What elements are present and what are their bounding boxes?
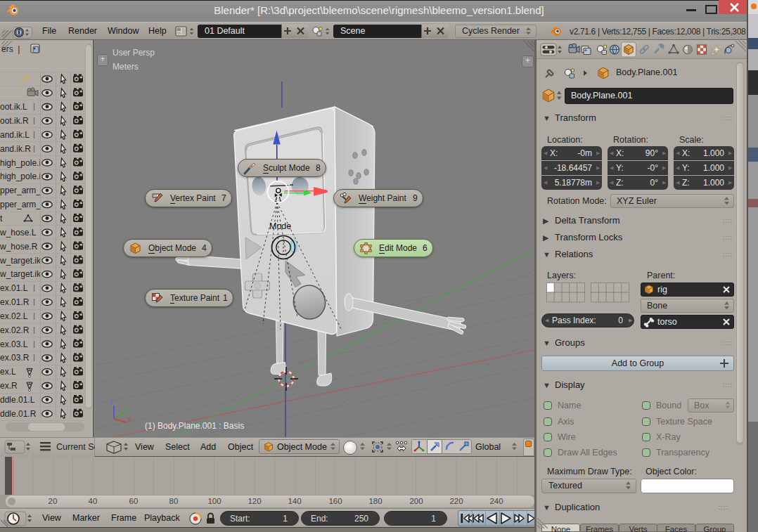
svg-text:z: z (110, 398, 113, 406)
svg-text:y: y (127, 405, 130, 413)
svg-text:x: x (128, 415, 131, 423)
